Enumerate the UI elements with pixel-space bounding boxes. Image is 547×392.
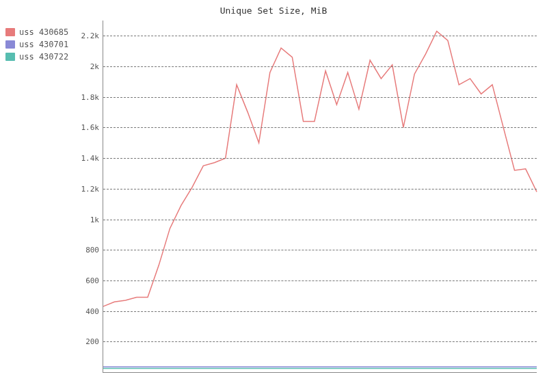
gridline bbox=[103, 220, 537, 220]
gridline bbox=[103, 280, 537, 281]
gridline bbox=[103, 341, 537, 342]
series-line bbox=[103, 31, 537, 306]
legend-item: uss 430701 bbox=[5, 40, 68, 49]
y-tick-label: 800 bbox=[85, 246, 103, 254]
y-tick-label: 1.2k bbox=[81, 184, 104, 193]
y-tick-label: 1k bbox=[90, 215, 103, 224]
y-tick-label: 200 bbox=[85, 337, 103, 346]
gridline bbox=[103, 97, 537, 98]
legend-label: uss 430685 bbox=[19, 27, 68, 37]
gridline bbox=[103, 127, 537, 128]
y-tick-label: 1.6k bbox=[81, 123, 104, 132]
y-tick-label: 1.4k bbox=[81, 154, 104, 163]
legend-item: uss 430685 bbox=[5, 27, 68, 37]
y-tick-label: 400 bbox=[85, 306, 103, 315]
legend-swatch-icon bbox=[5, 40, 15, 49]
y-tick-label: 2.2k bbox=[81, 31, 104, 40]
legend-label: uss 430722 bbox=[19, 52, 68, 62]
legend-swatch-icon bbox=[5, 53, 15, 61]
gridline bbox=[103, 311, 537, 312]
gridline bbox=[103, 158, 537, 159]
gridline bbox=[103, 250, 537, 250]
gridline bbox=[103, 66, 537, 67]
chart-title: Unique Set Size, MiB bbox=[0, 5, 547, 16]
legend-swatch-icon bbox=[5, 28, 15, 36]
legend-label: uss 430701 bbox=[19, 40, 68, 49]
y-tick-label: 2k bbox=[90, 62, 103, 71]
y-tick-label: 1.8k bbox=[81, 92, 104, 101]
legend: uss 430685 uss 430701 uss 430722 bbox=[5, 27, 68, 64]
y-tick-label: 600 bbox=[85, 276, 103, 285]
legend-item: uss 430722 bbox=[5, 52, 68, 62]
gridline bbox=[103, 36, 537, 36]
chart-lines bbox=[103, 21, 537, 372]
gridline bbox=[103, 189, 537, 190]
plot-area: 2004006008001k1.2k1.4k1.6k1.8k2k2.2k bbox=[103, 21, 537, 373]
